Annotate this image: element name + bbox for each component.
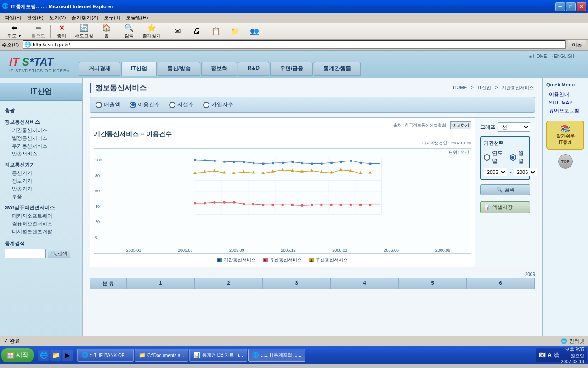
task-itstat[interactable]: 🌐 :::::: IT통계포털::::... xyxy=(248,349,305,362)
favorites-button[interactable]: ⭐ 즐겨찾기 xyxy=(139,22,164,40)
legend-label-wireless: 무선통신서비스 xyxy=(316,257,348,263)
nav-stats[interactable]: 통계간행물 xyxy=(314,62,361,76)
sidebar-search-button[interactable]: 🔍 검색 xyxy=(48,249,70,258)
nav-english[interactable]: · ENGLISH xyxy=(552,54,574,59)
nav-it[interactable]: IT산업 xyxy=(121,62,157,76)
close-button[interactable]: ✕ xyxy=(577,2,586,11)
sidebar-item-broadcast-device[interactable]: 방송기기 xyxy=(5,185,78,193)
svg-point-61 xyxy=(282,204,284,206)
task-stats-db[interactable]: 📊 통계청 DB 자료_h... xyxy=(189,349,247,362)
page-header: 정보통신서비스 HOME > IT산업 > 기간통신서비스 xyxy=(90,83,535,93)
breadcrumb-it[interactable]: IT산업 xyxy=(478,85,491,90)
taskbar-ie-icon[interactable]: 🌐 xyxy=(38,350,49,361)
tray-date: 2007-03-19 xyxy=(561,359,584,364)
menu-tools[interactable]: 도구(T) xyxy=(101,13,123,22)
svg-rect-16 xyxy=(214,160,215,161)
svg-point-59 xyxy=(262,204,264,206)
taskbar-folder-icon[interactable]: 📁 xyxy=(50,350,61,361)
sidebar-item-special[interactable]: 별정통신서비스 xyxy=(5,134,78,142)
nav-info[interactable]: 정보화 xyxy=(201,62,237,76)
radio-monthly-label: 월별 xyxy=(518,150,526,165)
sidebar-item-digital[interactable]: 디지털콘텐츠개발 xyxy=(5,228,78,236)
task-bank[interactable]: 🌐 :: THE BANK OF ... xyxy=(77,349,134,362)
minimize-button[interactable]: ─ xyxy=(555,2,565,11)
task-itstat-label: :::::: IT통계포털::::... xyxy=(261,352,301,358)
nav-post[interactable]: 우편/금융 xyxy=(270,62,313,76)
excel-save-button[interactable]: 📊 엑셀저장 xyxy=(480,201,530,213)
sidebar-item-comm-device[interactable]: 통신기기 xyxy=(5,169,78,177)
legend-wireless: ▲ 무선통신서비스 xyxy=(309,257,348,263)
search-toolbar-button[interactable]: 🔍 검색 xyxy=(120,22,138,40)
sidebar-title: IT산업 xyxy=(0,83,82,101)
quick-menu-guide[interactable]: 이용안내 xyxy=(546,90,584,99)
sidebar-item-carrier[interactable]: 기간통신서비스 xyxy=(5,126,78,134)
address-label: 주소(D) xyxy=(2,41,19,48)
legend-dot-wireless: ▲ xyxy=(309,258,314,262)
graph-type-select[interactable]: 선 막대 xyxy=(498,122,530,132)
svg-point-64 xyxy=(311,204,313,206)
stop-button[interactable]: ✕ 중지 xyxy=(52,22,71,40)
radio-usage[interactable]: 이용건수 xyxy=(130,101,160,109)
sidebar-item-vat[interactable]: 부가통신서비스 xyxy=(5,142,78,150)
sidebar-item-broadcast[interactable]: 방송서비스 xyxy=(5,150,78,158)
folder-button[interactable]: 📁 xyxy=(226,25,244,37)
search-button[interactable]: 🔍 검색 xyxy=(480,184,530,195)
site-header: IT S*TAT IT STATISTICS OF KOREA ■ HOME ·… xyxy=(0,51,588,78)
svg-marker-33 xyxy=(193,171,197,174)
sidebar-item-computer[interactable]: 컴퓨터관련서비스 xyxy=(5,220,78,228)
taskbar-media-icon[interactable]: ▶ xyxy=(62,350,73,361)
chart-title: 기간통신서비스 – 이용건수 xyxy=(94,130,471,138)
go-button[interactable]: 이동 xyxy=(568,40,586,49)
sidebar-search-input[interactable] xyxy=(5,249,46,258)
radio-yearly[interactable]: 연도별 xyxy=(484,150,505,165)
sidebar-item-parts[interactable]: 부품 xyxy=(5,193,78,201)
quick-menu-viewer[interactable]: 뷰어프로그램 xyxy=(546,106,584,115)
last-update: 마지막생성일 : 2007.01.08 xyxy=(94,140,471,146)
svg-rect-17 xyxy=(223,161,225,162)
nav-macro[interactable]: 거시경제 xyxy=(79,62,120,76)
address-input[interactable] xyxy=(33,42,564,47)
print-button[interactable]: 🖨 xyxy=(187,25,206,37)
mail-button[interactable]: ✉ xyxy=(168,25,187,37)
sidebar-item-package[interactable]: 패키지소프트웨어 xyxy=(5,212,78,220)
tray-lang-icon: 🇰🇷 xyxy=(539,352,546,358)
home-button[interactable]: 🏠 홈 xyxy=(97,22,116,40)
period-radios: 연도별 월별 xyxy=(484,150,526,165)
edit-button[interactable]: 📋 xyxy=(207,25,225,37)
sidebar-item-info-device[interactable]: 정보기기 xyxy=(5,177,78,185)
radio-subscribers[interactable]: 가입자수 xyxy=(203,101,233,109)
year-from-select[interactable]: 2005 2006 xyxy=(484,168,507,176)
window-controls: ─ □ ✕ xyxy=(555,2,586,11)
radio-monthly[interactable]: 월별 xyxy=(510,150,526,165)
compare-button[interactable]: 비교하기 xyxy=(450,121,471,129)
radio-sales[interactable]: 매출액 xyxy=(96,101,120,109)
nav-rd[interactable]: R&D xyxy=(238,62,269,76)
quick-menu-sitemap[interactable]: SITE MAP xyxy=(546,99,584,106)
tray-day: 월요일 xyxy=(561,353,584,359)
task-docs[interactable]: 📁 C:\Documents a... xyxy=(135,349,188,362)
easy-stats-button[interactable]: 📚 알기쉬운 IT통계 xyxy=(546,121,584,150)
menu-favorites[interactable]: 즐겨찾기(A) xyxy=(68,13,101,22)
maximize-button[interactable]: □ xyxy=(566,2,576,11)
menu-view[interactable]: 보기(V) xyxy=(46,13,69,22)
app-icon: 🌐 xyxy=(2,3,9,10)
back-button[interactable]: ⬅ 뒤로 ▼ xyxy=(2,22,27,40)
radio-facility[interactable]: 시설수 xyxy=(169,101,194,109)
breadcrumb-home[interactable]: HOME xyxy=(453,85,467,90)
nav-telecom[interactable]: 통신/방송 xyxy=(158,62,200,76)
year-to-select[interactable]: 2006 2007 xyxy=(514,168,537,176)
breadcrumb-carrier[interactable]: 기간통신서비스 xyxy=(502,85,534,90)
radio-usage-label: 이용건수 xyxy=(138,101,160,109)
period-selects: 2005 2006 ~ 2006 2007 xyxy=(484,168,526,176)
tray-hangul-icon: 漢 xyxy=(554,351,559,359)
messenger-button[interactable]: 👥 xyxy=(245,25,264,37)
svg-rect-20 xyxy=(253,162,254,164)
menu-file[interactable]: 파일(F) xyxy=(2,13,24,22)
refresh-button[interactable]: 🔄 새로고침 xyxy=(72,22,96,40)
start-button[interactable]: 🪟 시작 xyxy=(1,348,34,362)
nav-home[interactable]: ■ HOME xyxy=(529,54,547,59)
menu-help[interactable]: 도움말(H) xyxy=(123,13,151,22)
menu-edit[interactable]: 편집(E) xyxy=(24,13,46,22)
top-button[interactable]: TOP xyxy=(558,154,573,169)
forward-button[interactable]: ➡ 앞으로 xyxy=(28,22,48,40)
